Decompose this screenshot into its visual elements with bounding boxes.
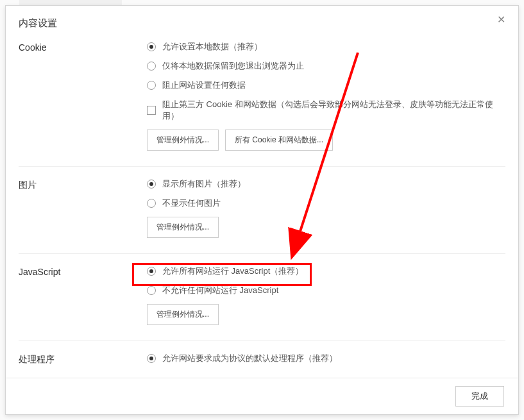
section-content-cookie: 允许设置本地数据（推荐） 仅将本地数据保留到您退出浏览器为止 阻止网站设置任何数… <box>147 41 505 151</box>
option-text: 显示所有图片（推荐） <box>162 178 246 190</box>
option-text: 允许设置本地数据（推荐） <box>162 41 262 53</box>
handlers-option-allow[interactable]: 允许网站要求成为协议的默认处理程序（推荐） <box>147 353 505 364</box>
content-settings-dialog: 内容设置 ✕ Cookie 允许设置本地数据（推荐） 仅将本地数据保留到您退出浏… <box>5 5 519 415</box>
option-text: 允许网站要求成为协议的默认处理程序（推荐） <box>162 353 337 364</box>
dialog-footer: 完成 <box>6 378 518 414</box>
done-button[interactable]: 完成 <box>455 386 504 407</box>
section-content-handlers: 允许网站要求成为协议的默认处理程序（推荐） <box>147 353 505 372</box>
cookie-button-row: 管理例外情况... 所有 Cookie 和网站数据... <box>147 130 505 151</box>
radio-icon <box>147 354 156 363</box>
cookie-option-session[interactable]: 仅将本地数据保留到您退出浏览器为止 <box>147 60 505 72</box>
all-cookies-button[interactable]: 所有 Cookie 和网站数据... <box>225 130 333 151</box>
cookie-option-block[interactable]: 阻止网站设置任何数据 <box>147 80 505 91</box>
section-label-images: 图片 <box>19 178 147 238</box>
javascript-option-allow[interactable]: 允许所有网站运行 JavaScript（推荐） <box>147 265 505 277</box>
images-option-show[interactable]: 显示所有图片（推荐） <box>147 178 505 190</box>
option-text: 不显示任何图片 <box>162 197 221 209</box>
section-javascript: JavaScript 允许所有网站运行 JavaScript（推荐） 不允许任何… <box>19 254 505 341</box>
section-handlers: 处理程序 允许网站要求成为协议的默认处理程序（推荐） <box>19 341 505 378</box>
dialog-title: 内容设置 <box>19 17 505 29</box>
manage-exceptions-button[interactable]: 管理例外情况... <box>147 130 219 151</box>
radio-icon <box>147 42 156 51</box>
checkbox-icon <box>147 106 156 115</box>
javascript-option-block[interactable]: 不允许任何网站运行 JavaScript <box>147 285 505 296</box>
section-label-cookie: Cookie <box>19 41 147 151</box>
manage-exceptions-button[interactable]: 管理例外情况... <box>147 304 219 325</box>
radio-icon <box>147 199 156 208</box>
cookie-block-thirdparty[interactable]: 阻止第三方 Cookie 和网站数据（勾选后会导致部分网站无法登录、皮肤等功能无… <box>147 99 505 122</box>
close-icon: ✕ <box>497 14 505 25</box>
images-option-hide[interactable]: 不显示任何图片 <box>147 197 505 209</box>
section-images: 图片 显示所有图片（推荐） 不显示任何图片 管理例外情况... <box>19 167 505 254</box>
dialog-header: 内容设置 ✕ <box>6 6 518 38</box>
section-label-javascript: JavaScript <box>19 265 147 325</box>
close-button[interactable]: ✕ <box>493 12 509 27</box>
section-content-images: 显示所有图片（推荐） 不显示任何图片 管理例外情况... <box>147 178 505 238</box>
dialog-body[interactable]: Cookie 允许设置本地数据（推荐） 仅将本地数据保留到您退出浏览器为止 阻止… <box>6 38 518 378</box>
option-text: 阻止第三方 Cookie 和网站数据（勾选后会导致部分网站无法登录、皮肤等功能无… <box>162 99 505 122</box>
radio-icon <box>147 81 156 90</box>
option-text: 允许所有网站运行 JavaScript（推荐） <box>162 265 303 277</box>
option-text: 阻止网站设置任何数据 <box>162 80 246 91</box>
section-content-javascript: 允许所有网站运行 JavaScript（推荐） 不允许任何网站运行 JavaSc… <box>147 265 505 325</box>
option-text: 不允许任何网站运行 JavaScript <box>162 285 278 296</box>
radio-icon <box>147 180 156 189</box>
radio-icon <box>147 267 156 276</box>
option-text: 仅将本地数据保留到您退出浏览器为止 <box>162 60 304 72</box>
section-label-handlers: 处理程序 <box>19 353 147 372</box>
cookie-option-allow[interactable]: 允许设置本地数据（推荐） <box>147 41 505 53</box>
section-cookie: Cookie 允许设置本地数据（推荐） 仅将本地数据保留到您退出浏览器为止 阻止… <box>19 38 505 167</box>
javascript-button-row: 管理例外情况... <box>147 304 505 325</box>
images-button-row: 管理例外情况... <box>147 217 505 238</box>
radio-icon <box>147 286 156 295</box>
radio-icon <box>147 62 156 71</box>
manage-exceptions-button[interactable]: 管理例外情况... <box>147 217 219 238</box>
